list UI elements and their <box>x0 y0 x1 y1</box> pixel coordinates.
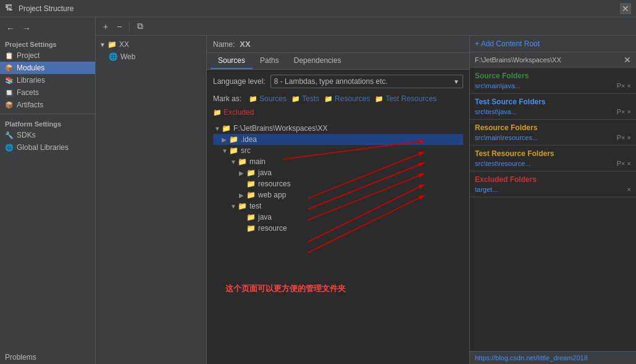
sidebar-item-sdks[interactable]: 🔧 SDKs <box>0 129 95 141</box>
module-xx-arrow: ▼ <box>99 41 106 48</box>
test-arrow-icon: ▼ <box>230 203 236 210</box>
resources-main-label: resources <box>258 180 291 188</box>
language-level-label: Language level: <box>213 77 266 86</box>
sidebar: ← → Project Settings 📋 Project 📦 Modules… <box>0 17 96 364</box>
title-bar: 🏗 Project Structure ✕ <box>0 0 636 17</box>
mark-as-excluded-button[interactable]: 📁 Excluded <box>213 108 254 117</box>
test-source-folders-actions[interactable]: P× × <box>617 108 631 115</box>
copy-module-button[interactable]: ⧉ <box>135 20 146 33</box>
source-folders-value: src\main\java... P× × <box>475 82 631 89</box>
mark-as-excluded-label: Excluded <box>224 108 254 117</box>
sidebar-item-libraries-label: Libraries <box>17 76 45 85</box>
tree-row-webapp[interactable]: ▶ 📁 web app <box>213 189 463 201</box>
excluded-folders-value: target... × <box>475 186 631 193</box>
main-label: main <box>249 157 266 166</box>
test-resource-folders-path: src\test\resource... <box>475 160 530 167</box>
sources-tree: ▼ 📁 F:\JetBrains\Workspaces\XX ▶ 📁 .idea <box>213 123 463 234</box>
webapp-label: web app <box>258 191 286 199</box>
sdks-icon: 🔧 <box>5 131 14 139</box>
sources-folder-icon: 📁 <box>249 95 257 103</box>
webapp-arrow-icon: ▶ <box>239 192 245 199</box>
add-content-root-button[interactable]: + Add Content Root <box>470 36 636 52</box>
tree-row-java-test[interactable]: 📁 java <box>213 212 463 223</box>
module-tree-item-xx[interactable]: ▼ 📁 XX <box>96 38 206 51</box>
forward-button[interactable]: → <box>20 22 33 35</box>
test-resource-folders-actions[interactable]: P× × <box>617 160 631 167</box>
java-test-label: java <box>258 213 272 221</box>
tests-folder-icon: 📁 <box>291 95 300 103</box>
info-path-close-button[interactable]: ✕ <box>624 55 631 65</box>
name-field-label: Name: <box>213 40 235 49</box>
language-level-select[interactable]: 8 - Lambdas, type annotations etc. <box>271 75 450 88</box>
tree-row-root[interactable]: ▼ 📁 F:\JetBrains\Workspaces\XX <box>213 123 463 134</box>
tree-row-resources-main[interactable]: 📁 resources <box>213 178 463 189</box>
module-web-icon: 🌐 <box>109 52 118 61</box>
project-icon: 📋 <box>5 52 14 60</box>
tab-dependencies[interactable]: Dependencies <box>287 53 349 69</box>
sidebar-item-global-libraries[interactable]: 🌐 Global Libraries <box>0 141 95 154</box>
remove-module-button[interactable]: − <box>114 20 124 33</box>
mark-as-test-resources-label: Test Resources <box>385 94 437 103</box>
excluded-folders-path: target... <box>475 186 498 193</box>
sidebar-item-project[interactable]: 📋 Project <box>0 49 95 62</box>
resource-folders-actions[interactable]: P× × <box>617 134 631 141</box>
excluded-folders-title: Excluded Folders <box>475 175 631 184</box>
sidebar-item-sdks-label: SDKs <box>17 131 36 139</box>
mark-as-label: Mark as: <box>213 94 241 103</box>
src-folder-icon: 📁 <box>229 146 238 155</box>
tree-row-src[interactable]: ▼ 📁 src <box>213 145 463 156</box>
tree-row-main[interactable]: ▼ 📁 main <box>213 156 463 167</box>
toolbar-separator <box>129 22 130 31</box>
annotation-text: 这个页面可以更方便的管理文件夹 <box>225 283 346 294</box>
mark-as-sources-button[interactable]: 📁 Sources <box>249 94 287 103</box>
language-level-select-wrap[interactable]: 8 - Lambdas, type annotations etc. ▼ <box>270 75 463 88</box>
app-icon: 🏗 <box>5 4 15 14</box>
sidebar-item-artifacts[interactable]: 📦 Artifacts <box>0 99 95 111</box>
mark-as-tests-button[interactable]: 📁 Tests <box>291 94 319 103</box>
tab-paths[interactable]: Paths <box>253 53 287 69</box>
tree-row-idea[interactable]: ▶ 📁 .idea <box>213 134 463 145</box>
test-resource-folders-title: Test Resource Folders <box>475 149 631 158</box>
sidebar-item-modules[interactable]: 📦 Modules <box>0 62 95 74</box>
tab-sources[interactable]: Sources <box>211 53 253 69</box>
sidebar-item-modules-label: Modules <box>17 64 44 72</box>
resources-main-folder-icon: 📁 <box>246 180 256 188</box>
sources-content: Language level: 8 - Lambdas, type annota… <box>207 70 469 364</box>
sidebar-item-libraries[interactable]: 📚 Libraries <box>0 74 95 86</box>
excluded-folders-actions[interactable]: × <box>627 186 631 193</box>
tree-row-resource-test[interactable]: 📁 resource <box>213 223 463 234</box>
close-window-button[interactable]: ✕ <box>620 3 631 14</box>
idea-arrow-icon: ▶ <box>222 136 228 143</box>
test-source-folders-title: Test Source Folders <box>475 97 631 106</box>
sidebar-item-problems[interactable]: Problems <box>0 350 95 364</box>
sidebar-divider <box>0 114 95 114</box>
platform-settings-label: Platform Settings <box>0 117 95 129</box>
source-folders-path: src\main\java... <box>475 82 521 89</box>
java-main-folder-icon: 📁 <box>246 168 256 177</box>
module-web-label: Web <box>120 52 135 61</box>
mark-as-test-resources-button[interactable]: 📁 Test Resources <box>375 94 437 103</box>
tree-row-java-main[interactable]: ▶ 📁 java <box>213 167 463 178</box>
info-footer-url: https://blog.csdn.net/little_dream2018 <box>470 351 636 364</box>
sidebar-item-facets[interactable]: 🔲 Facets <box>0 86 95 99</box>
back-button[interactable]: ← <box>4 22 17 35</box>
source-folders-actions[interactable]: P× × <box>617 82 631 89</box>
sidebar-item-artifacts-label: Artifacts <box>17 101 43 109</box>
facets-icon: 🔲 <box>5 89 14 97</box>
resource-folders-section: Resource Folders src\main\resources... P… <box>470 120 636 146</box>
module-tree-item-web[interactable]: 🌐 Web <box>96 51 206 63</box>
test-source-folders-section: Test Source Folders src\test\java... P× … <box>470 94 636 120</box>
mark-as-resources-button[interactable]: 📁 Resources <box>324 94 370 103</box>
sidebar-item-global-libraries-label: Global Libraries <box>17 143 69 152</box>
test-label: test <box>249 202 261 210</box>
mark-as-sources-label: Sources <box>259 94 287 103</box>
java-main-label: java <box>258 168 272 177</box>
add-module-button[interactable]: + <box>101 20 111 33</box>
root-folder-icon: 📁 <box>222 124 231 133</box>
test-source-folders-path: src\test\java... <box>475 108 517 115</box>
test-resources-folder-icon: 📁 <box>375 95 383 103</box>
info-panel: + Add Content Root F:\JetBrains\Workspac… <box>469 36 636 364</box>
tree-row-test[interactable]: ▼ 📁 test <box>213 201 463 212</box>
tabs-bar: Sources Paths Dependencies <box>207 53 469 70</box>
resource-folders-value: src\main\resources... P× × <box>475 134 631 141</box>
